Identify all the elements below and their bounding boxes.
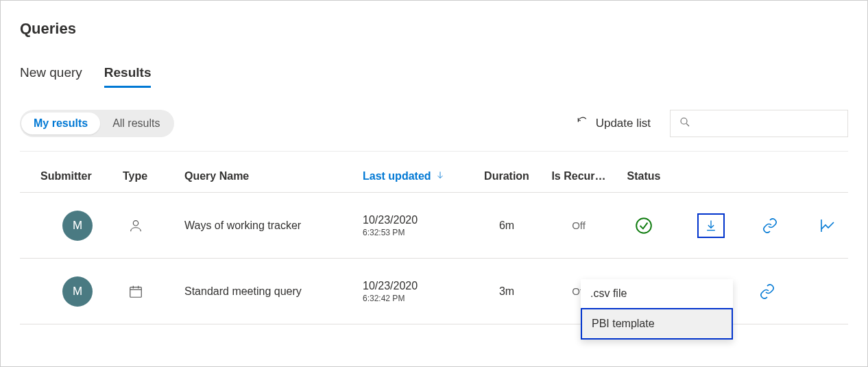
summary-divider xyxy=(20,151,848,161)
column-status[interactable]: Status xyxy=(616,170,671,182)
visualize-button[interactable] xyxy=(815,213,840,238)
person-icon xyxy=(123,218,184,233)
link-button[interactable] xyxy=(755,279,780,304)
page-title: Queries xyxy=(20,20,848,38)
column-is-recurring[interactable]: Is Recur… xyxy=(541,170,616,182)
link-button[interactable] xyxy=(758,213,782,238)
column-submitter[interactable]: Submitter xyxy=(20,170,123,182)
svg-point-3 xyxy=(133,220,138,225)
sort-arrow-down-icon xyxy=(435,170,445,182)
update-list-label: Update list xyxy=(596,117,651,130)
segment-all-results[interactable]: All results xyxy=(100,113,172,134)
tab-bar: New query Results xyxy=(20,65,848,88)
column-duration[interactable]: Duration xyxy=(472,170,541,182)
duration-cell: 6m xyxy=(472,220,541,232)
refresh-icon xyxy=(577,116,589,132)
toolbar: My results All results Update list xyxy=(20,110,848,151)
svg-point-0 xyxy=(681,118,687,124)
download-button[interactable] xyxy=(697,213,725,238)
search-icon xyxy=(679,116,691,131)
avatar: M xyxy=(62,276,93,307)
update-list-button[interactable]: Update list xyxy=(577,116,651,132)
tab-new-query[interactable]: New query xyxy=(20,65,82,88)
query-name-cell: Standard meeting query xyxy=(184,285,363,298)
svg-rect-8 xyxy=(130,287,142,297)
svg-point-4 xyxy=(636,218,651,233)
table-header: Submitter Type Query Name Last updated D… xyxy=(20,161,848,193)
calendar-icon xyxy=(123,284,184,299)
download-csv-option[interactable]: .csv file xyxy=(581,279,733,308)
updated-date: 10/23/2020 xyxy=(363,280,472,292)
status-success-icon xyxy=(616,217,671,235)
query-name-cell: Ways of working tracker xyxy=(184,220,363,232)
segmented-control: My results All results xyxy=(20,110,174,137)
svg-line-1 xyxy=(686,123,689,126)
download-pbi-option[interactable]: PBI template xyxy=(581,308,733,340)
column-query-name[interactable]: Query Name xyxy=(184,170,363,182)
download-dropdown: .csv file PBI template xyxy=(581,279,733,340)
table-row[interactable]: M Ways of working tracker 10/23/2020 6:3… xyxy=(20,193,848,259)
column-last-updated-label: Last updated xyxy=(363,170,431,182)
search-input[interactable] xyxy=(670,110,848,137)
recurring-cell: Off xyxy=(541,220,616,231)
avatar: M xyxy=(62,211,93,241)
updated-time: 6:32:53 PM xyxy=(363,228,472,237)
column-last-updated[interactable]: Last updated xyxy=(363,170,472,182)
updated-date: 10/23/2020 xyxy=(363,214,472,226)
segment-my-results[interactable]: My results xyxy=(21,113,100,134)
duration-cell: 3m xyxy=(472,285,541,298)
column-type[interactable]: Type xyxy=(123,170,184,182)
updated-time: 6:32:42 PM xyxy=(363,294,472,303)
tab-results[interactable]: Results xyxy=(104,65,152,88)
